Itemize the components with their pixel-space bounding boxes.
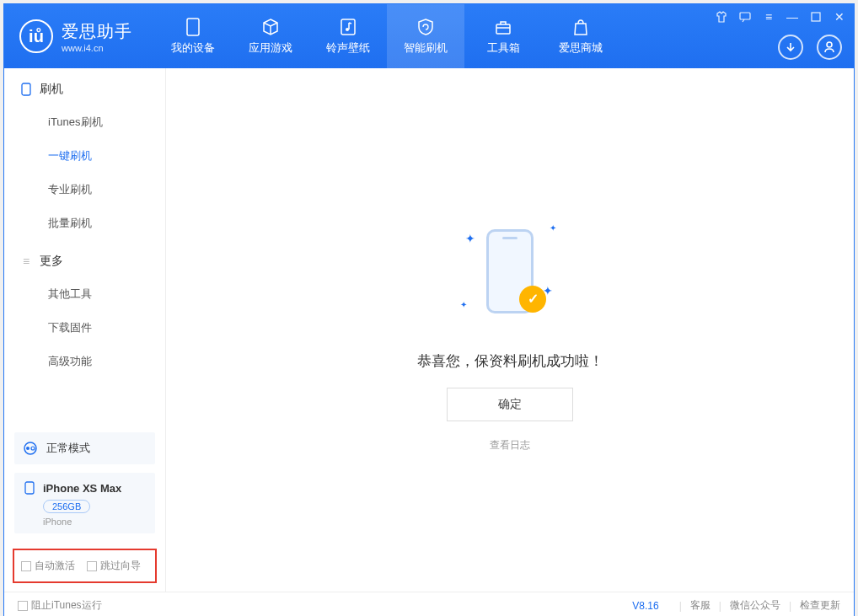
sidebar-item-pro-flash[interactable]: 专业刷机	[4, 173, 165, 206]
version-label: V8.16	[632, 600, 658, 612]
main-content: ✦ ✦ ✦ ✦ ✓ 恭喜您，保资料刷机成功啦！ 确定 查看日志	[166, 68, 854, 592]
svg-point-9	[26, 447, 29, 450]
tab-label: 我的设备	[171, 40, 215, 56]
mode-label: 正常模式	[46, 441, 90, 456]
footer-left: 阻止iTunes运行	[18, 598, 102, 613]
checkbox-label: 自动激活	[35, 559, 75, 573]
cube-icon	[260, 18, 282, 36]
tab-toolbox[interactable]: 工具箱	[464, 4, 542, 68]
svg-rect-11	[25, 482, 34, 494]
window-controls: ≡ — ✕	[714, 9, 847, 24]
sparkle-icon: ✦	[550, 223, 556, 233]
user-button[interactable]	[817, 35, 842, 60]
tab-apps[interactable]: 应用游戏	[232, 4, 309, 68]
view-log-link[interactable]: 查看日志	[490, 438, 530, 453]
device-name: iPhone XS Max	[43, 482, 121, 495]
mode-card[interactable]: 正常模式	[14, 432, 155, 464]
device-capacity: 256GB	[43, 500, 90, 513]
tab-label: 爱思商城	[559, 40, 603, 56]
check-badge-icon: ✓	[519, 286, 546, 313]
header-right	[778, 35, 842, 60]
maximize-icon[interactable]	[808, 9, 823, 24]
tab-label: 应用游戏	[249, 40, 292, 56]
checkbox-auto-activate[interactable]: 自动激活	[21, 559, 75, 573]
logo-text: 爱思助手 www.i4.cn	[62, 20, 132, 53]
tab-label: 智能刷机	[404, 40, 448, 56]
sidebar-item-advanced[interactable]: 高级功能	[4, 345, 165, 378]
svg-point-2	[346, 28, 349, 31]
shield-refresh-icon	[415, 18, 437, 36]
logo: iů 爱思助手 www.i4.cn	[4, 4, 147, 68]
success-message: 恭喜您，保资料刷机成功啦！	[417, 351, 603, 371]
footer: 阻止iTunes运行 V8.16 | 客服 | 微信公众号 | 检查更新	[4, 592, 854, 616]
svg-rect-4	[740, 13, 750, 19]
footer-link-wechat[interactable]: 微信公众号	[730, 598, 780, 613]
main-tabs: 我的设备 应用游戏 铃声壁纸 智能刷机 工具箱 爱思商城	[154, 4, 619, 68]
brand-name: 爱思助手	[62, 20, 132, 43]
sidebar-item-batch-flash[interactable]: 批量刷机	[4, 206, 165, 240]
sidebar-item-download-firmware[interactable]: 下载固件	[4, 311, 165, 345]
phone-small-icon	[19, 83, 33, 96]
checkbox-icon	[21, 561, 31, 571]
list-icon: ≡	[19, 254, 33, 268]
sparkle-icon: ✦	[465, 232, 475, 245]
skin-icon[interactable]	[714, 9, 729, 24]
menu-icon[interactable]: ≡	[761, 9, 776, 24]
checkbox-label: 跳过向导	[100, 559, 141, 573]
separator: |	[719, 600, 721, 612]
sidebar-group-flash: 刷机	[4, 68, 165, 105]
close-icon[interactable]: ✕	[832, 9, 847, 24]
download-button[interactable]	[778, 35, 803, 60]
options-row: 自动激活 跳过向导	[13, 549, 157, 583]
logo-icon: iů	[19, 19, 53, 53]
sidebar-item-itunes-flash[interactable]: iTunes刷机	[4, 105, 165, 139]
separator: |	[679, 600, 682, 612]
device-type: iPhone	[43, 517, 147, 527]
sidebar-item-oneclick-flash[interactable]: 一键刷机	[4, 139, 165, 173]
svg-point-6	[827, 42, 832, 47]
tab-flash[interactable]: 智能刷机	[387, 4, 464, 68]
header: iů 爱思助手 www.i4.cn 我的设备 应用游戏 铃声壁纸 智能刷机	[4, 4, 854, 68]
body: 刷机 iTunes刷机 一键刷机 专业刷机 批量刷机 ≡ 更多 其他工具 下载固…	[4, 68, 854, 592]
checkbox-skip-guide[interactable]: 跳过向导	[87, 559, 141, 573]
ok-button[interactable]: 确定	[447, 388, 573, 421]
sidebar-group-title: 刷机	[40, 82, 63, 97]
music-icon	[337, 18, 359, 36]
svg-rect-5	[812, 13, 820, 21]
tab-ringtones[interactable]: 铃声壁纸	[309, 4, 387, 68]
brand-site: www.i4.cn	[62, 43, 132, 53]
bag-icon	[570, 18, 592, 36]
minimize-icon[interactable]: —	[785, 9, 800, 24]
footer-right: V8.16 | 客服 | 微信公众号 | 检查更新	[632, 598, 840, 613]
tab-label: 铃声壁纸	[326, 40, 370, 56]
tab-store[interactable]: 爱思商城	[542, 4, 619, 68]
sidebar-item-other-tools[interactable]: 其他工具	[4, 277, 165, 311]
device-card[interactable]: iPhone XS Max 256GB iPhone	[14, 473, 155, 533]
sidebar-group-title: 更多	[40, 254, 63, 269]
tab-my-device[interactable]: 我的设备	[154, 4, 232, 68]
tab-label: 工具箱	[487, 40, 520, 56]
checkbox-block-itunes[interactable]: 阻止iTunes运行	[18, 598, 102, 613]
checkbox-icon	[18, 601, 28, 611]
app-window: iů 爱思助手 www.i4.cn 我的设备 应用游戏 铃声壁纸 智能刷机	[3, 3, 855, 616]
phone-icon	[182, 18, 204, 36]
success-illustration: ✦ ✦ ✦ ✦ ✓	[447, 208, 573, 335]
svg-rect-1	[341, 19, 355, 35]
sidebar: 刷机 iTunes刷机 一键刷机 专业刷机 批量刷机 ≡ 更多 其他工具 下载固…	[4, 68, 166, 592]
checkbox-label: 阻止iTunes运行	[31, 598, 102, 613]
sidebar-group-more: ≡ 更多	[4, 240, 165, 277]
svg-rect-7	[22, 83, 30, 95]
svg-rect-0	[187, 19, 199, 35]
mode-icon	[23, 441, 38, 456]
device-phone-icon	[23, 481, 36, 495]
checkbox-icon	[87, 561, 97, 571]
svg-point-10	[31, 447, 35, 450]
footer-link-update[interactable]: 检查更新	[800, 598, 840, 613]
footer-link-service[interactable]: 客服	[690, 598, 711, 613]
separator: |	[789, 600, 791, 612]
feedback-icon[interactable]	[737, 9, 753, 24]
toolbox-icon	[492, 18, 514, 36]
sparkle-icon: ✦	[460, 300, 467, 309]
svg-rect-3	[496, 24, 510, 34]
